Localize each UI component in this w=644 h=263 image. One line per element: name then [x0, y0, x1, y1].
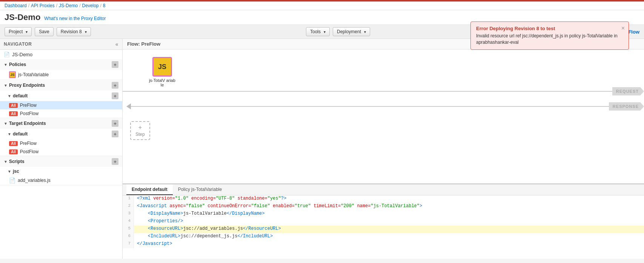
sidebar-section-policies: ▼ Policies + JS js-TotalVariable	[0, 59, 122, 80]
request-label: REQUEST	[612, 87, 644, 95]
add-target-default-button[interactable]: +	[112, 131, 118, 137]
jsc-label: jsc	[13, 169, 19, 174]
breadcrumb-js-demo[interactable]: JS-Demo	[59, 3, 78, 8]
js-block-icon: JS	[152, 57, 172, 77]
sidebar-header: Navigator «	[0, 39, 122, 50]
code-section: Endpoint default Policy js-TotalVariable…	[123, 183, 644, 259]
step-label: Step	[135, 132, 145, 137]
code-line-1: 1 <?xml version="1.0" encoding="UTF-8" s…	[123, 195, 644, 203]
flow-section: Flow: PreFlow JS js-TotalV ariable REQUE…	[123, 39, 644, 183]
revision-button[interactable]: Revision 8	[57, 27, 91, 36]
all-badge: All	[9, 103, 18, 108]
sidebar-item-postflow[interactable]: All PostFlow	[0, 109, 122, 118]
step-button[interactable]: + Step	[130, 121, 150, 140]
sidebar-root-label: JS-Demo	[12, 52, 32, 57]
navigator-label: Navigator	[4, 42, 32, 47]
triangle-icon: ▼	[8, 132, 11, 136]
content-split: Flow: PreFlow JS js-TotalV ariable REQUE…	[123, 39, 644, 259]
add-policy-button[interactable]: +	[112, 61, 118, 68]
response-label: RESPONSE	[609, 102, 644, 111]
project-button[interactable]: Project	[5, 27, 32, 36]
breadcrumb-api-proxies[interactable]: API Proxies	[31, 3, 55, 8]
scripts-section-header[interactable]: ▼ Scripts +	[0, 156, 122, 167]
tools-button[interactable]: Tools	[306, 27, 330, 36]
target-postflow-label: PostFlow	[20, 149, 38, 154]
policies-label: Policies	[9, 62, 26, 67]
scripts-label: Scripts	[9, 159, 25, 164]
target-default-label: default	[13, 131, 28, 137]
target-endpoints-label: Target Endpoints	[9, 121, 46, 126]
sidebar-item-target-preflow[interactable]: All PreFlow	[0, 139, 122, 148]
breadcrumb-dashboard[interactable]: Dashboard	[5, 3, 27, 8]
header-area: JS-Demo What's new in the Proxy Editor E…	[0, 10, 644, 25]
target-preflow-label: PreFlow	[20, 141, 37, 146]
app-title: JS-Demo	[5, 12, 40, 22]
code-line-7: 7 </Javascript>	[123, 241, 644, 248]
main-layout: Navigator « 📄 JS-Demo ▼ Policies + JS js…	[0, 39, 644, 259]
request-row: REQUEST	[123, 87, 644, 95]
js-icon: JS	[9, 71, 16, 78]
triangle-icon: ▼	[4, 83, 8, 88]
target-endpoints-section-header[interactable]: ▼ Target Endpoints +	[0, 118, 122, 129]
response-line	[131, 106, 609, 107]
code-line-3: 3 <DisplayName>js-TotalVariable</Display…	[123, 211, 644, 218]
sidebar-item-add-variables[interactable]: 📄 add_variables.js	[0, 176, 122, 185]
response-row: RESPONSE	[123, 102, 644, 111]
triangle-icon: ▼	[4, 122, 8, 126]
breadcrumb-8[interactable]: 8	[103, 3, 106, 8]
sidebar-root-item[interactable]: 📄 JS-Demo	[0, 50, 122, 59]
triangle-icon: ▼	[4, 63, 8, 67]
sidebar-section-target-endpoints: ▼ Target Endpoints + ▼ default + All Pre…	[0, 118, 122, 156]
error-banner: Error Deploying Revision 8 to test Inval…	[470, 22, 629, 50]
request-line	[123, 91, 612, 92]
sidebar-section-proxy-endpoints: ▼ Proxy Endpoints + ▼ default + All PreF…	[0, 80, 122, 118]
error-title: Error Deploying Revision 8 to test	[476, 26, 623, 31]
all-badge: All	[9, 141, 18, 146]
tab-endpoint-default[interactable]: Endpoint default	[126, 185, 173, 195]
flow-link[interactable]: Flow	[628, 29, 639, 35]
sidebar-section-scripts: ▼ Scripts + ▼ jsc 📄 add_variables.js	[0, 156, 122, 185]
save-button[interactable]: Save	[35, 27, 53, 36]
add-proxy-endpoint-button[interactable]: +	[112, 82, 118, 89]
code-line-4: 4 <Properties/>	[123, 218, 644, 226]
breadcrumb-develop[interactable]: Develop	[82, 3, 98, 8]
add-proxy-default-button[interactable]: +	[112, 92, 118, 99]
flow-canvas: JS js-TotalV ariable REQUEST RESPONSE	[123, 49, 644, 183]
file-icon: 📄	[4, 52, 10, 57]
proxy-endpoints-label: Proxy Endpoints	[9, 83, 45, 88]
proxy-default-group[interactable]: ▼ default +	[0, 91, 122, 101]
tab-policy-js[interactable]: Policy js-TotalVariable	[173, 185, 227, 195]
triangle-icon: ▼	[4, 160, 8, 164]
js-block-label: js-TotalV ariable	[149, 78, 175, 87]
plus-icon: +	[138, 124, 142, 131]
breadcrumb: Dashboard / API Proxies / JS-Demo / Deve…	[0, 2, 644, 10]
close-icon[interactable]: ×	[621, 25, 625, 32]
app-subtitle-link[interactable]: What's new in the Proxy Editor	[44, 16, 106, 21]
target-default-group[interactable]: ▼ default +	[0, 129, 122, 139]
code-line-2: 2 <Javascript async="false" continueOnEr…	[123, 203, 644, 211]
js-totalvariable-label: js-TotalVariable	[18, 72, 49, 77]
error-message: Invalid resource url ref jsc://dependent…	[476, 33, 623, 46]
sidebar-item-js-totalvariable[interactable]: JS js-TotalVariable	[0, 70, 122, 80]
policies-section-header[interactable]: ▼ Policies +	[0, 59, 122, 70]
js-block[interactable]: JS js-TotalV ariable	[149, 57, 175, 87]
sidebar-item-target-postflow[interactable]: All PostFlow	[0, 148, 122, 156]
proxy-default-label: default	[13, 93, 28, 98]
jsc-group[interactable]: ▼ jsc	[0, 167, 122, 176]
all-badge: All	[9, 149, 18, 154]
add-variables-label: add_variables.js	[18, 178, 51, 183]
add-target-endpoint-button[interactable]: +	[112, 120, 118, 127]
sidebar-collapse-button[interactable]: «	[115, 41, 118, 47]
code-area: 1 <?xml version="1.0" encoding="UTF-8" s…	[123, 195, 644, 259]
deployment-button[interactable]: Deployment	[333, 27, 370, 36]
code-line-6: 6 <IncludeURL>jsc://dependent_js.js</Inc…	[123, 233, 644, 241]
add-script-button[interactable]: +	[112, 158, 118, 165]
sidebar-item-preflow[interactable]: All PreFlow	[0, 101, 122, 109]
triangle-icon: ▼	[8, 169, 11, 174]
proxy-endpoints-section-header[interactable]: ▼ Proxy Endpoints +	[0, 80, 122, 91]
all-badge: All	[9, 111, 18, 116]
code-tabs: Endpoint default Policy js-TotalVariable	[123, 184, 644, 195]
triangle-icon: ▼	[8, 94, 11, 98]
content-area: Flow: PreFlow JS js-TotalV ariable REQUE…	[123, 39, 644, 259]
code-line-5: 5 <ResourceURL>jsc://add_variables.js</R…	[123, 226, 644, 233]
